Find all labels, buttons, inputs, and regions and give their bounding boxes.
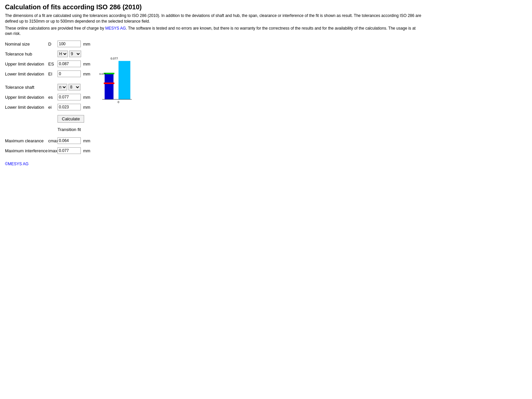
lower-limit-shaft-row: Lower limit deviation ei mm (5, 103, 90, 111)
description-line1: The dimensions of a fit are calculated u… (5, 13, 424, 24)
max-clearance-row: Maximum clearance cmax mm (5, 137, 90, 145)
tolerance-shaft-label: Tolerance shaft (5, 85, 48, 90)
lower-limit-hub-input[interactable] (58, 70, 81, 77)
max-interference-unit: mm (83, 148, 90, 153)
max-clearance-symbol: cmax (48, 138, 58, 143)
footer: ©MESYS AG (5, 162, 527, 166)
upper-limit-shaft-symbol: es (48, 95, 58, 100)
fit-chart: 0.077 0.077 0 (97, 57, 137, 110)
page-title: Calculation of fits according ISO 286 (2… (5, 3, 527, 11)
lower-deviation-marker (104, 82, 114, 84)
lower-limit-hub-symbol: EI (48, 71, 58, 76)
nominal-size-label: Nominal size (5, 42, 48, 47)
chart-left-label: 0.077 (99, 72, 106, 75)
shaft-bar (104, 73, 113, 99)
description-prefix: These online calculations are provided f… (5, 26, 105, 31)
max-clearance-label: Maximum clearance (5, 138, 48, 143)
max-clearance-unit: mm (83, 138, 90, 143)
chart-area: 0.077 0.077 0 (97, 57, 137, 110)
max-interference-symbol: imax (48, 148, 58, 153)
max-interference-input[interactable] (58, 147, 81, 154)
tolerance-hub-row: Tolerance hub H 5 6 7 8 9 10 11 (5, 50, 90, 58)
lower-limit-hub-label: Lower limit deviation (5, 71, 48, 76)
upper-limit-hub-row: Upper limit deviation ES mm (5, 60, 90, 68)
hub-letter-select[interactable]: H (58, 51, 68, 57)
form-section: Nominal size D mm Tolerance hub H 5 6 7 … (5, 40, 90, 157)
hub-bar (118, 61, 130, 100)
tolerance-shaft-row: Tolerance shaft n 5 6 7 8 9 10 11 (5, 83, 90, 91)
transition-label-row: Transition fit (5, 127, 90, 135)
max-interference-row: Maximum interference imax mm (5, 147, 90, 155)
upper-limit-shaft-input[interactable] (58, 94, 81, 100)
upper-limit-hub-label: Upper limit deviation (5, 62, 48, 66)
calculate-button[interactable]: Calculate (58, 115, 84, 123)
upper-limit-shaft-row: Upper limit deviation es mm (5, 93, 90, 101)
nominal-size-row: Nominal size D mm (5, 40, 90, 48)
calculate-row: Calculate (5, 113, 90, 125)
upper-limit-hub-unit: mm (83, 62, 90, 66)
lower-limit-hub-row: Lower limit deviation EI mm (5, 70, 90, 78)
nominal-size-symbol: D (48, 42, 58, 47)
nominal-size-input[interactable] (58, 41, 81, 47)
mesys-link[interactable]: MESYS AG (105, 26, 126, 31)
chart-top-label: 0.077 (110, 57, 118, 60)
chart-bottom-label: 0 (117, 101, 119, 104)
upper-limit-shaft-unit: mm (83, 95, 90, 100)
upper-limit-hub-symbol: ES (48, 62, 58, 66)
nominal-size-unit: mm (83, 42, 90, 47)
max-interference-label: Maximum interference (5, 148, 48, 153)
max-clearance-input[interactable] (58, 137, 81, 144)
tolerance-hub-label: Tolerance hub (5, 52, 48, 57)
lower-limit-shaft-input[interactable] (58, 104, 81, 110)
lower-limit-hub-unit: mm (83, 71, 90, 76)
lower-limit-shaft-unit: mm (83, 105, 90, 110)
shaft-letter-select[interactable]: n (58, 84, 67, 90)
footer-link[interactable]: ©MESYS AG (5, 162, 29, 166)
transition-label: Transition fit (58, 127, 81, 132)
lower-limit-shaft-symbol: ei (48, 105, 58, 110)
description-line2: These online calculations are provided f… (5, 26, 424, 37)
upper-limit-shaft-label: Upper limit deviation (5, 95, 48, 100)
lower-limit-shaft-label: Lower limit deviation (5, 105, 48, 110)
shaft-number-select[interactable]: 5 6 7 8 9 10 11 (68, 84, 80, 90)
hub-number-select[interactable]: 5 6 7 8 9 10 11 (69, 51, 81, 57)
upper-limit-hub-input[interactable] (58, 61, 81, 67)
